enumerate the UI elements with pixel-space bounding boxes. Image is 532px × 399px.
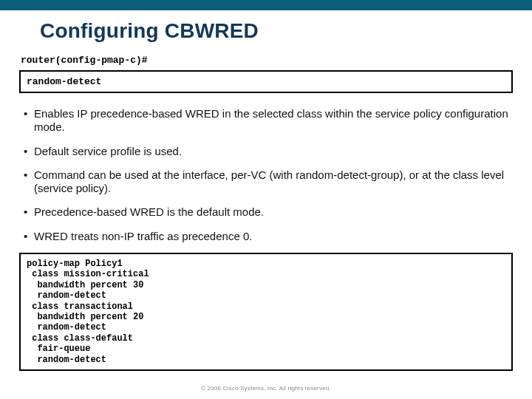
bullet-item: • Precedence-based WRED is the default m…	[24, 200, 516, 224]
bullet-dot-icon: •	[24, 145, 34, 158]
command-text: random-detect	[27, 76, 101, 87]
slide-title: Configuring CBWRED	[0, 10, 532, 53]
bullet-text: Precedence-based WRED is the default mod…	[34, 205, 516, 219]
bullet-item: • Command can be used at the interface, …	[24, 163, 516, 201]
copyright-footer: © 2006 Cisco Systems, Inc. All rights re…	[0, 385, 532, 392]
top-accent-bar	[0, 0, 532, 10]
bullet-item: • Enables IP precedence-based WRED in th…	[24, 102, 516, 140]
slide: Configuring CBWRED router(config-pmap-c)…	[0, 0, 532, 399]
code-box: policy-map Policy1 class mission-critica…	[19, 253, 513, 371]
bullet-list: • Enables IP precedence-based WRED in th…	[0, 98, 532, 250]
command-box: random-detect	[19, 70, 513, 93]
bullet-text: Default service profile is used.	[34, 145, 516, 158]
bullet-dot-icon: •	[24, 205, 34, 219]
bullet-item: • Default service profile is used.	[24, 140, 516, 163]
bullet-dot-icon: •	[24, 168, 34, 182]
bullet-item: • WRED treats non-IP traffic as preceden…	[24, 225, 516, 248]
cli-prompt: router(config-pmap-c)#	[0, 53, 532, 69]
bullet-dot-icon: •	[24, 107, 34, 120]
bullet-dot-icon: •	[24, 230, 34, 243]
bullet-text: WRED treats non-IP traffic as precedence…	[34, 230, 516, 243]
bullet-text: Enables IP precedence-based WRED in the …	[34, 107, 516, 134]
bullet-text: Command can be used at the interface, pe…	[34, 168, 516, 196]
